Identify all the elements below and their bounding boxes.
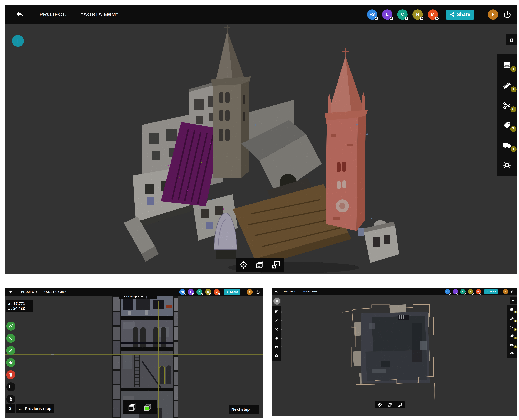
tool-delivery-button[interactable]: 1 (509, 342, 515, 347)
focus-view-button[interactable] (376, 402, 383, 407)
plan-top-view[interactable] (272, 295, 517, 416)
collaborator-avatar[interactable]: FS (179, 289, 185, 295)
camera-tool-button[interactable] (274, 353, 279, 358)
avatar-initials: F (249, 291, 250, 293)
tool-clip-button[interactable]: 6 (501, 101, 513, 111)
tool-measure-button[interactable]: 1 (509, 316, 515, 321)
power-button[interactable] (255, 290, 260, 294)
back-button[interactable] (275, 290, 278, 293)
share-button[interactable]: Share (224, 289, 240, 295)
clip-plane-icon (397, 402, 402, 407)
share-button[interactable]: Share (484, 289, 498, 294)
collaborator-avatar[interactable]: N (205, 289, 211, 295)
tag-tool-button[interactable] (274, 336, 279, 340)
delete-tool-button[interactable] (6, 370, 15, 379)
collapse-sidebar-button[interactable]: « (506, 34, 517, 45)
tag-tool-button[interactable] (6, 358, 15, 367)
ruler-icon (510, 316, 514, 321)
back-button[interactable] (9, 290, 13, 294)
export-doc-button[interactable] (6, 395, 15, 404)
cube-filled-toggle[interactable] (142, 402, 154, 412)
collaborator-avatar[interactable]: L (188, 289, 194, 295)
clip-view-button[interactable] (270, 260, 282, 270)
collaborator-avatar[interactable]: M (428, 9, 438, 20)
frontage-header-right: FS L C N M Share F (179, 288, 260, 296)
database-icon (510, 308, 514, 312)
truck-icon (275, 345, 279, 349)
plan-left-toolbar (272, 306, 281, 361)
collaborator-avatar[interactable]: FS (367, 9, 377, 20)
camera-icon (275, 353, 279, 358)
close-step-button[interactable]: X (6, 404, 15, 413)
cube-outline-toggle[interactable] (126, 402, 138, 412)
frontage-panel: PROJECT: "AOSTA 5MM" FS L C N M Share F (5, 288, 263, 418)
main-viewport-panel: PROJECT: "AOSTA 5MM" FS L C N M Share F (5, 5, 517, 274)
user-avatar[interactable]: F (503, 289, 508, 294)
pencil-tool-button[interactable] (6, 346, 15, 355)
avatar-status-badge (374, 17, 378, 20)
collaborator-avatar[interactable]: M (476, 289, 481, 294)
clip-tool-button[interactable] (274, 327, 279, 331)
plan-header-right: FS L C N M Share F (445, 288, 515, 295)
axis-tool-button[interactable] (6, 382, 15, 391)
collaborator-avatar[interactable]: C (397, 9, 408, 20)
tool-pointclouds-button[interactable]: 1 (509, 308, 515, 313)
plan-navbar (375, 401, 404, 408)
tool-settings-button[interactable] (502, 161, 512, 170)
tool-measure-button[interactable]: 1 (501, 81, 513, 90)
add-button[interactable]: + (12, 35, 24, 47)
tool-pointclouds-button[interactable]: 1 (501, 60, 513, 70)
share-button[interactable]: Share (446, 9, 474, 20)
collaborator-avatar[interactable]: N (468, 289, 473, 294)
draw-polyline-button[interactable] (6, 322, 15, 330)
power-button[interactable] (511, 290, 515, 294)
collapse-sidebar-button[interactable]: « (510, 297, 517, 304)
frontage-ortho-view[interactable] (5, 296, 263, 418)
avatar-initials: L (455, 291, 456, 293)
avatar-status-badge (184, 293, 186, 295)
collaborator-avatar[interactable]: FS (445, 289, 450, 294)
next-step-button[interactable]: Next step → (229, 405, 259, 414)
avatar-status-badge (192, 293, 194, 295)
tools-sidebar: 1 1 6 7 1 (497, 54, 517, 176)
avatar-status-badge (479, 293, 481, 295)
tool-badge: 1 (511, 146, 517, 152)
select-tool-button[interactable] (273, 297, 281, 305)
tool-clip-button[interactable]: 6 (509, 325, 515, 330)
avatar-initials: M (216, 291, 218, 293)
line-tool-button[interactable] (274, 318, 279, 323)
collaborator-avatar[interactable]: C (196, 289, 202, 295)
collaborator-avatar[interactable]: L (382, 9, 393, 20)
power-button[interactable] (503, 10, 511, 19)
clip-view-button[interactable] (396, 402, 403, 407)
previous-step-button[interactable]: ← Previous step (16, 404, 54, 413)
collaborator-avatar[interactable]: C (460, 289, 465, 294)
tool-badge: 1 (511, 66, 516, 72)
cube-view-button[interactable] (386, 402, 393, 407)
tool-delivery-button[interactable]: 1 (501, 140, 513, 150)
collaborator-avatar[interactable]: L (453, 289, 458, 294)
collaborator-avatar[interactable]: N (412, 9, 423, 20)
collaborator-avatar[interactable]: M (214, 289, 220, 295)
plan-tools-sidebar: 1 1 6 7 1 (507, 305, 517, 358)
ruler-icon (502, 81, 512, 90)
delivery-tool-button[interactable] (274, 345, 279, 349)
pointcloud-3d-view[interactable] (114, 25, 401, 274)
tool-settings-button[interactable] (509, 351, 515, 356)
document-icon (8, 397, 13, 401)
user-avatar[interactable]: F (247, 289, 253, 295)
back-button[interactable] (15, 10, 24, 19)
points-tool-button[interactable] (6, 334, 15, 343)
tool-tags-button[interactable]: 7 (502, 120, 512, 130)
axis-icon (8, 385, 13, 389)
tool-badge: 1 (514, 311, 517, 314)
cube-view-button[interactable] (254, 260, 265, 270)
user-avatar[interactable]: F (488, 9, 498, 20)
tool-tags-button[interactable]: 7 (509, 334, 515, 338)
tag-icon (275, 336, 279, 340)
avatar-initials: M (477, 291, 479, 293)
focus-view-button[interactable] (238, 260, 249, 270)
cube-icon (255, 260, 264, 270)
layers-tool-button[interactable] (274, 310, 279, 314)
plan-header-left: PROJECT: "AOSTA 5MM" (275, 288, 318, 295)
